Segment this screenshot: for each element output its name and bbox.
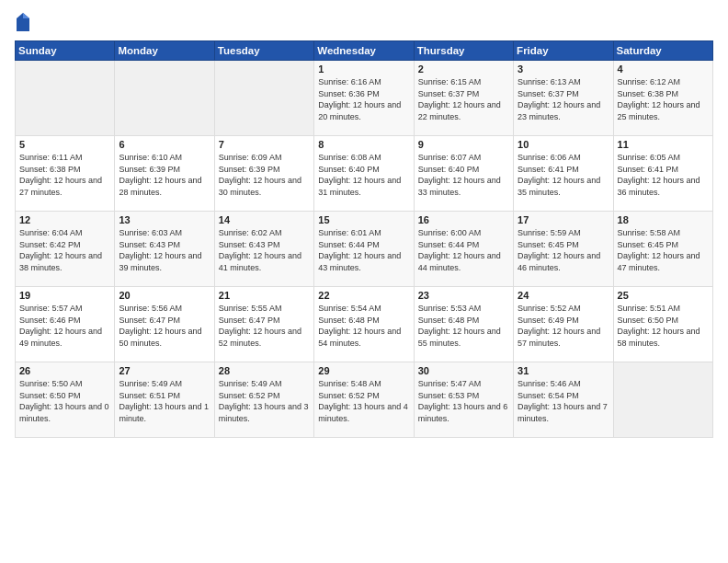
calendar-cell: 2Sunrise: 6:15 AMSunset: 6:37 PMDaylight… [414,61,513,136]
weekday-header: Sunday [16,41,115,61]
day-info: Sunrise: 6:13 AMSunset: 6:37 PMDaylight:… [518,76,609,122]
day-info: Sunrise: 6:12 AMSunset: 6:38 PMDaylight:… [618,76,709,122]
calendar-cell: 21Sunrise: 5:55 AMSunset: 6:47 PMDayligh… [214,287,313,362]
calendar-cell: 9Sunrise: 6:07 AMSunset: 6:40 PMDaylight… [414,136,513,212]
day-number: 20 [119,290,210,301]
day-info: Sunrise: 6:03 AMSunset: 6:43 PMDaylight:… [119,227,210,273]
calendar-cell: 3Sunrise: 6:13 AMSunset: 6:37 PMDaylight… [514,61,613,136]
calendar-cell: 8Sunrise: 6:08 AMSunset: 6:40 PMDaylight… [314,136,414,212]
day-info: Sunrise: 6:10 AMSunset: 6:39 PMDaylight:… [119,152,210,198]
day-number: 14 [219,214,310,225]
day-number: 2 [418,63,509,75]
calendar-cell: 31Sunrise: 5:46 AMSunset: 6:54 PMDayligh… [514,362,613,438]
day-number: 10 [518,139,609,150]
calendar-cell: 29Sunrise: 5:48 AMSunset: 6:52 PMDayligh… [314,362,414,438]
day-number: 24 [518,290,609,301]
day-number: 6 [119,139,210,150]
day-number: 30 [418,365,509,376]
day-number: 3 [518,63,609,75]
calendar-week-row: 1Sunrise: 6:16 AMSunset: 6:36 PMDaylight… [16,61,713,136]
day-number: 18 [618,214,709,225]
day-info: Sunrise: 5:55 AMSunset: 6:47 PMDaylight:… [219,303,310,349]
calendar-cell: 27Sunrise: 5:49 AMSunset: 6:51 PMDayligh… [115,362,214,438]
day-info: Sunrise: 5:54 AMSunset: 6:48 PMDaylight:… [318,303,409,349]
calendar-cell: 22Sunrise: 5:54 AMSunset: 6:48 PMDayligh… [314,287,414,362]
calendar-cell: 30Sunrise: 5:47 AMSunset: 6:53 PMDayligh… [414,362,513,438]
day-info: Sunrise: 5:53 AMSunset: 6:48 PMDaylight:… [418,303,509,349]
day-number: 23 [418,290,509,301]
day-info: Sunrise: 5:47 AMSunset: 6:53 PMDaylight:… [418,378,509,424]
day-number: 7 [219,139,310,150]
calendar-cell: 26Sunrise: 5:50 AMSunset: 6:50 PMDayligh… [16,362,115,438]
day-info: Sunrise: 6:11 AMSunset: 6:38 PMDaylight:… [19,152,110,198]
day-number: 4 [618,63,709,75]
day-number: 8 [318,139,409,150]
day-info: Sunrise: 5:46 AMSunset: 6:54 PMDaylight:… [518,378,609,424]
calendar-cell: 19Sunrise: 5:57 AMSunset: 6:46 PMDayligh… [16,287,115,362]
day-number: 11 [618,139,709,150]
day-number: 25 [618,290,709,301]
calendar-cell [16,61,115,136]
day-info: Sunrise: 6:07 AMSunset: 6:40 PMDaylight:… [418,152,509,198]
calendar-cell: 13Sunrise: 6:03 AMSunset: 6:43 PMDayligh… [115,212,214,287]
day-info: Sunrise: 6:02 AMSunset: 6:43 PMDaylight:… [219,227,310,273]
day-number: 15 [318,214,409,225]
day-number: 13 [119,214,210,225]
day-number: 28 [219,365,310,376]
calendar-cell: 4Sunrise: 6:12 AMSunset: 6:38 PMDaylight… [613,61,712,136]
weekday-header: Saturday [613,41,712,61]
day-number: 1 [318,63,409,75]
calendar-week-row: 26Sunrise: 5:50 AMSunset: 6:50 PMDayligh… [16,362,713,438]
day-number: 5 [19,139,110,150]
weekday-header: Tuesday [214,41,313,61]
day-number: 27 [119,365,210,376]
calendar-cell: 25Sunrise: 5:51 AMSunset: 6:50 PMDayligh… [613,287,712,362]
calendar-cell: 15Sunrise: 6:01 AMSunset: 6:44 PMDayligh… [314,212,414,287]
calendar-cell: 17Sunrise: 5:59 AMSunset: 6:45 PMDayligh… [514,212,613,287]
day-info: Sunrise: 6:08 AMSunset: 6:40 PMDaylight:… [318,152,409,198]
day-info: Sunrise: 5:56 AMSunset: 6:47 PMDaylight:… [119,303,210,349]
day-info: Sunrise: 5:52 AMSunset: 6:49 PMDaylight:… [518,303,609,349]
day-info: Sunrise: 5:51 AMSunset: 6:50 PMDaylight:… [618,303,709,349]
day-number: 29 [318,365,409,376]
calendar-cell [613,362,712,438]
calendar: SundayMondayTuesdayWednesdayThursdayFrid… [15,40,713,438]
day-number: 16 [418,214,509,225]
calendar-cell: 5Sunrise: 6:11 AMSunset: 6:38 PMDaylight… [16,136,115,212]
day-number: 19 [19,290,110,301]
day-number: 21 [219,290,310,301]
calendar-cell: 20Sunrise: 5:56 AMSunset: 6:47 PMDayligh… [115,287,214,362]
day-info: Sunrise: 5:48 AMSunset: 6:52 PMDaylight:… [318,378,409,424]
calendar-cell: 16Sunrise: 6:00 AMSunset: 6:44 PMDayligh… [414,212,513,287]
calendar-cell: 14Sunrise: 6:02 AMSunset: 6:43 PMDayligh… [214,212,313,287]
day-info: Sunrise: 6:00 AMSunset: 6:44 PMDaylight:… [418,227,509,273]
calendar-cell: 7Sunrise: 6:09 AMSunset: 6:39 PMDaylight… [214,136,313,212]
day-info: Sunrise: 6:15 AMSunset: 6:37 PMDaylight:… [418,76,509,122]
day-info: Sunrise: 5:49 AMSunset: 6:51 PMDaylight:… [119,378,210,424]
day-info: Sunrise: 5:49 AMSunset: 6:52 PMDaylight:… [219,378,310,424]
logo [15,11,33,33]
calendar-cell [115,61,214,136]
weekday-header: Friday [514,41,613,61]
calendar-cell: 24Sunrise: 5:52 AMSunset: 6:49 PMDayligh… [514,287,613,362]
calendar-cell: 18Sunrise: 5:58 AMSunset: 6:45 PMDayligh… [613,212,712,287]
calendar-cell: 10Sunrise: 6:06 AMSunset: 6:41 PMDayligh… [514,136,613,212]
day-info: Sunrise: 6:04 AMSunset: 6:42 PMDaylight:… [19,227,110,273]
day-number: 17 [518,214,609,225]
day-info: Sunrise: 5:58 AMSunset: 6:45 PMDaylight:… [618,227,709,273]
weekday-header: Thursday [414,41,513,61]
day-number: 26 [19,365,110,376]
calendar-cell [214,61,313,136]
day-info: Sunrise: 6:16 AMSunset: 6:36 PMDaylight:… [318,76,409,122]
weekday-header: Wednesday [314,41,414,61]
weekday-header: Monday [115,41,214,61]
calendar-cell: 28Sunrise: 5:49 AMSunset: 6:52 PMDayligh… [214,362,313,438]
calendar-cell: 23Sunrise: 5:53 AMSunset: 6:48 PMDayligh… [414,287,513,362]
svg-marker-1 [23,13,29,18]
day-info: Sunrise: 6:01 AMSunset: 6:44 PMDaylight:… [318,227,409,273]
calendar-week-row: 19Sunrise: 5:57 AMSunset: 6:46 PMDayligh… [16,287,713,362]
calendar-header-row: SundayMondayTuesdayWednesdayThursdayFrid… [16,41,713,61]
day-info: Sunrise: 6:09 AMSunset: 6:39 PMDaylight:… [219,152,310,198]
header [15,11,713,33]
calendar-cell: 1Sunrise: 6:16 AMSunset: 6:36 PMDaylight… [314,61,414,136]
